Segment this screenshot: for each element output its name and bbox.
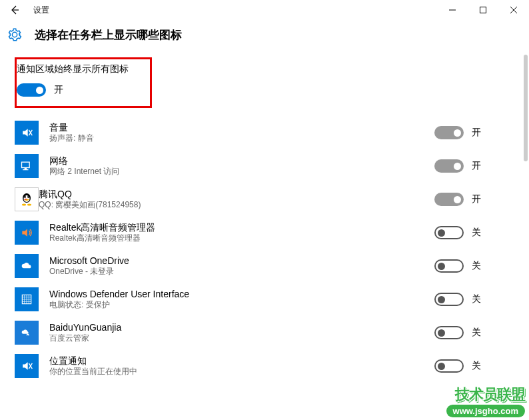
master-toggle-label: 通知区域始终显示所有图标	[17, 63, 143, 75]
defender-icon	[15, 287, 39, 311]
close-button[interactable]	[498, 0, 529, 20]
watermark-url: www.jsgho.com	[446, 405, 525, 417]
item-toggle-state: 关	[472, 227, 488, 239]
network-icon	[15, 154, 39, 178]
item-title: Microsoft OneDrive	[49, 255, 434, 267]
list-item-volume: 音量 扬声器: 静音 开	[15, 116, 514, 149]
list-item-onedrive: Microsoft OneDrive OneDrive - 未登录 关	[15, 249, 514, 283]
master-toggle-highlight: 通知区域始终显示所有图标 开	[15, 57, 152, 108]
item-toggle-state: 关	[472, 260, 488, 272]
svg-rect-1	[22, 162, 30, 167]
item-text: Windows Defender User Interface 电脑状态: 受保…	[49, 288, 434, 311]
item-title: 音量	[49, 121, 434, 133]
item-title: 位置通知	[49, 355, 434, 367]
window-controls	[437, 0, 529, 20]
watermark: 技术员联盟 www.jsgho.com	[446, 385, 525, 417]
list-item-network: 网络 网络 2 Internet 访问 开	[15, 149, 514, 183]
item-title: 网络	[49, 155, 434, 167]
item-toggle-network[interactable]	[434, 159, 464, 173]
item-title: Realtek高清晰音频管理器	[49, 221, 434, 233]
realtek-icon	[15, 221, 39, 245]
item-subtitle: OneDrive - 未登录	[49, 267, 434, 277]
item-text: BaiduYunGuanjia 百度云管家	[49, 321, 434, 344]
baidu-icon	[15, 321, 39, 345]
minimize-icon	[449, 7, 456, 13]
item-subtitle: Realtek高清晰音频管理器	[49, 233, 434, 244]
item-toggle-state: 关	[472, 327, 488, 339]
item-toggle-state: 开	[472, 193, 488, 205]
item-toggle-onedrive[interactable]	[434, 259, 464, 273]
item-subtitle: 网络 2 Internet 访问	[49, 167, 434, 177]
list-item-qq: 腾讯QQ QQ: 窝樱美如画(781524958) 开	[15, 183, 514, 216]
item-subtitle: 电脑状态: 受保护	[49, 300, 434, 311]
item-toggle-baidu[interactable]	[434, 326, 464, 339]
page-header: 选择在任务栏上显示哪些图标	[0, 20, 529, 55]
list-item-realtek: Realtek高清晰音频管理器 Realtek高清晰音频管理器 关	[15, 216, 514, 249]
list-item-location: 位置通知 你的位置当前正在使用中 关	[15, 349, 514, 383]
volume-icon	[15, 121, 39, 145]
master-toggle-state: 开	[54, 84, 63, 96]
close-icon	[510, 7, 517, 13]
svg-rect-3	[23, 169, 28, 170]
list-item-baidu: BaiduYunGuanjia 百度云管家 关	[15, 316, 514, 349]
item-toggle-volume[interactable]	[434, 126, 464, 139]
location-icon	[15, 354, 39, 378]
item-toggle-wrap: 关	[434, 359, 514, 373]
page-title: 选择在任务栏上显示哪些图标	[35, 27, 182, 43]
scrollbar-thumb[interactable]	[524, 55, 528, 161]
item-title: 腾讯QQ	[39, 188, 434, 200]
qq-icon	[15, 187, 39, 211]
window-title: 设置	[33, 5, 49, 16]
maximize-button[interactable]	[468, 0, 498, 20]
svg-rect-2	[25, 168, 27, 170]
item-toggle-qq[interactable]	[434, 193, 464, 206]
svg-point-8	[25, 196, 26, 197]
item-toggle-state: 关	[472, 360, 488, 372]
item-toggle-defender[interactable]	[434, 293, 464, 306]
item-title: BaiduYunGuanjia	[49, 321, 434, 333]
svg-point-10	[22, 204, 26, 206]
item-subtitle: QQ: 窝樱美如画(781524958)	[39, 200, 434, 211]
arrow-left-icon	[9, 5, 20, 15]
item-toggle-wrap: 关	[434, 293, 514, 306]
content-area: 通知区域始终显示所有图标 开 音量 扬声器: 静音 开 网络	[0, 55, 529, 383]
svg-point-9	[28, 196, 29, 197]
item-toggle-wrap: 开	[434, 126, 514, 139]
item-toggle-state: 开	[472, 127, 488, 139]
item-subtitle: 百度云管家	[49, 333, 434, 344]
item-toggle-location[interactable]	[434, 359, 464, 373]
item-subtitle: 扬声器: 静音	[49, 133, 434, 144]
item-text: 腾讯QQ QQ: 窝樱美如画(781524958)	[39, 188, 434, 211]
list-item-defender: Windows Defender User Interface 电脑状态: 受保…	[15, 283, 514, 316]
svg-point-11	[27, 204, 31, 206]
svg-rect-0	[480, 7, 486, 13]
item-toggle-wrap: 关	[434, 259, 514, 273]
item-toggle-wrap: 关	[434, 226, 514, 239]
item-toggle-realtek[interactable]	[434, 226, 464, 239]
master-toggle[interactable]	[17, 83, 46, 97]
item-toggle-state: 开	[472, 160, 488, 172]
titlebar: 设置	[0, 0, 529, 20]
master-toggle-row: 开	[17, 83, 143, 97]
back-button[interactable]	[0, 0, 29, 20]
maximize-icon	[480, 7, 486, 13]
minimize-button[interactable]	[437, 0, 468, 20]
item-text: Microsoft OneDrive OneDrive - 未登录	[49, 255, 434, 277]
item-title: Windows Defender User Interface	[49, 288, 434, 300]
item-toggle-wrap: 关	[434, 326, 514, 339]
item-toggle-wrap: 开	[434, 193, 514, 206]
onedrive-icon	[15, 254, 39, 278]
item-text: Realtek高清晰音频管理器 Realtek高清晰音频管理器	[49, 221, 434, 244]
item-toggle-wrap: 开	[434, 159, 514, 173]
icon-list: 音量 扬声器: 静音 开 网络 网络 2 Internet 访问 开	[15, 116, 514, 383]
item-text: 位置通知 你的位置当前正在使用中	[49, 355, 434, 377]
gear-icon	[7, 27, 23, 43]
item-text: 音量 扬声器: 静音	[49, 121, 434, 144]
item-text: 网络 网络 2 Internet 访问	[49, 155, 434, 177]
item-subtitle: 你的位置当前正在使用中	[49, 367, 434, 377]
item-toggle-state: 关	[472, 293, 488, 305]
watermark-title: 技术员联盟	[446, 385, 525, 405]
